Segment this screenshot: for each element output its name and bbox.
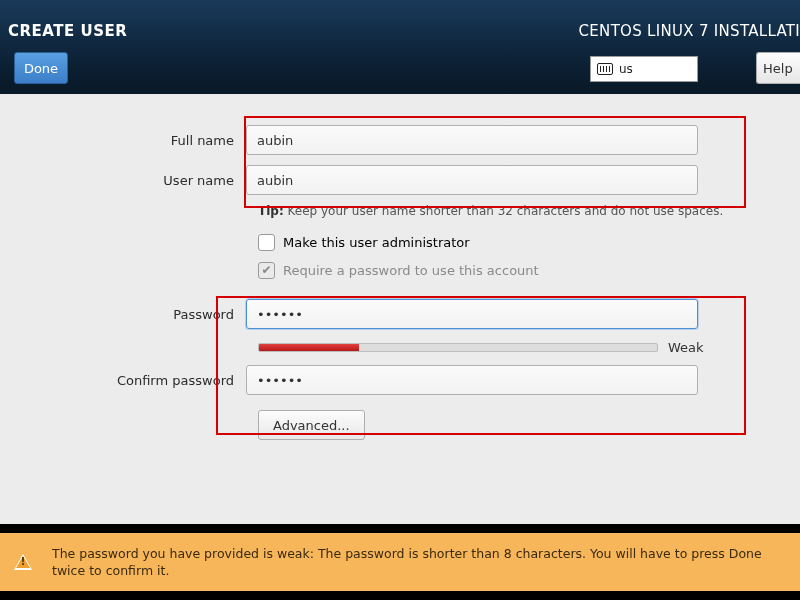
- password-strength-label: Weak: [668, 340, 704, 355]
- confirm-password-label: Confirm password: [0, 373, 246, 388]
- keyboard-layout-text: us: [619, 62, 633, 76]
- full-name-label: Full name: [0, 133, 246, 148]
- admin-checkbox-label: Make this user administrator: [283, 235, 470, 250]
- bottom-border: [0, 591, 800, 600]
- keyboard-layout-indicator[interactable]: us: [590, 56, 698, 82]
- distro-title: CENTOS LINUX 7 INSTALLATI: [579, 22, 800, 40]
- done-button[interactable]: Done: [14, 52, 68, 84]
- full-name-input[interactable]: [246, 125, 698, 155]
- username-tip: Tip: Keep your user name shorter than 32…: [0, 204, 800, 218]
- require-password-row: Require a password to use this account: [0, 256, 800, 284]
- tip-prefix: Tip:: [258, 204, 284, 218]
- header-bar: CREATE USER CENTOS LINUX 7 INSTALLATI Do…: [0, 0, 800, 94]
- warning-text: The password you have provided is weak: …: [52, 545, 786, 580]
- require-password-checkbox: [258, 262, 275, 279]
- content-area: Full name User name Tip: Keep your user …: [0, 94, 800, 524]
- confirm-password-input[interactable]: [246, 365, 698, 395]
- password-strength-row: Weak: [0, 334, 800, 360]
- password-label: Password: [0, 307, 246, 322]
- user-name-label: User name: [0, 173, 246, 188]
- page-title: CREATE USER: [8, 22, 127, 40]
- admin-checkbox-row[interactable]: Make this user administrator: [0, 228, 800, 256]
- create-user-form: Full name User name Tip: Keep your user …: [0, 94, 800, 440]
- help-button[interactable]: Help: [756, 52, 800, 84]
- advanced-button[interactable]: Advanced...: [258, 410, 365, 440]
- password-strength-bar: [258, 343, 658, 352]
- password-strength-fill: [259, 344, 359, 351]
- password-input[interactable]: [246, 299, 698, 329]
- require-password-label: Require a password to use this account: [283, 263, 539, 278]
- warning-bar: The password you have provided is weak: …: [0, 533, 800, 591]
- keyboard-icon: [597, 63, 613, 75]
- warning-icon: [14, 554, 32, 570]
- admin-checkbox[interactable]: [258, 234, 275, 251]
- user-name-input[interactable]: [246, 165, 698, 195]
- tip-text: Keep your user name shorter than 32 char…: [288, 204, 724, 218]
